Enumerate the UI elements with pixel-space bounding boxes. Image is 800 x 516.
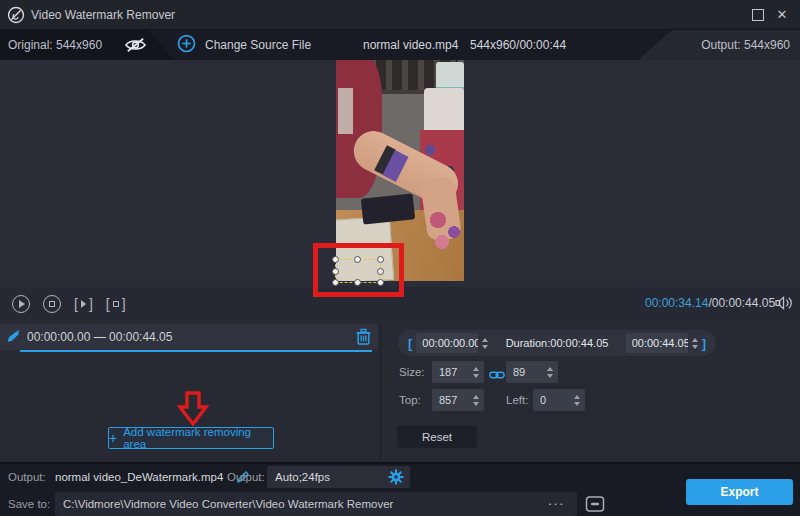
watermark-segment-icon <box>6 329 21 348</box>
export-button[interactable]: Export <box>686 479 793 505</box>
volume-icon[interactable] <box>775 295 794 315</box>
video-art-layer <box>338 88 353 134</box>
output-format-value: Auto;24fps <box>275 466 330 488</box>
play-button[interactable] <box>12 295 30 313</box>
total-time: /00:00:44.05 <box>708 296 775 310</box>
output-file-label: Output: <box>8 471 46 483</box>
loaded-file-name: normal video.mp4 <box>363 30 458 60</box>
annotation-arrow-icon <box>176 391 210 431</box>
output-format-label: Output: <box>227 471 265 483</box>
panel-divider <box>380 322 381 460</box>
height-stepper[interactable] <box>547 367 553 378</box>
plus-circle-icon <box>177 34 196 57</box>
annotation-highlight-rect <box>313 243 404 297</box>
play-segment-icon <box>81 300 86 308</box>
gear-icon[interactable] <box>388 469 404 489</box>
left-input[interactable] <box>540 394 574 406</box>
reset-button[interactable]: Reset <box>397 426 477 448</box>
maximize-button[interactable] <box>752 9 764 21</box>
window-title: Video Watermark Remover <box>31 0 175 30</box>
output-resolution-label: Output: 544x960 <box>701 30 790 60</box>
stop-segment-button[interactable]: [] <box>106 296 126 312</box>
end-time-input[interactable] <box>626 333 688 353</box>
close-button[interactable]: ✕ <box>772 0 792 30</box>
stop-icon <box>49 301 55 307</box>
lower-panels: 00:00:00.00 — 00:00:44.05 + Add watermar… <box>0 320 800 462</box>
loaded-file-meta: 544x960/00:00:44 <box>470 30 566 60</box>
save-path-value: C:\Vidmore\Vidmore Video Converter\Video… <box>63 492 393 516</box>
current-time: 00:00:34.14 <box>645 296 708 310</box>
save-path-field[interactable]: C:\Vidmore\Vidmore Video Converter\Video… <box>55 492 577 516</box>
play-icon <box>19 300 25 308</box>
original-info-tab: Original: 544x960 <box>0 30 176 60</box>
height-field <box>506 361 558 383</box>
title-bar: Video Watermark Remover ✕ <box>0 0 800 30</box>
left-field <box>533 389 585 411</box>
segment-time-range: 00:00:00.00 — 00:00:44.05 <box>27 324 172 350</box>
link-ratio-icon[interactable] <box>489 366 505 384</box>
width-stepper[interactable] <box>473 367 479 378</box>
top-stepper[interactable] <box>473 395 479 406</box>
top-label: Top: <box>399 394 421 406</box>
original-resolution-label: Original: 544x960 <box>8 30 102 60</box>
left-label: Left: <box>506 394 528 406</box>
duration-label: Duration:00:00:44.05 <box>492 337 621 349</box>
start-time-stepper[interactable] <box>482 338 488 349</box>
open-folder-icon[interactable] <box>585 495 605 516</box>
preview-toggle-eye-icon[interactable] <box>124 37 147 57</box>
transport-buttons: [] [] <box>12 294 126 313</box>
plus-icon: + <box>109 431 117 445</box>
width-input[interactable] <box>439 366 473 378</box>
output-file-name: normal video_DeWatermark.mp4 <box>55 471 223 483</box>
app-logo-icon <box>7 6 25 24</box>
start-time-input[interactable] <box>416 333 478 353</box>
height-input[interactable] <box>513 366 547 378</box>
top-field <box>432 389 484 411</box>
watermark-segment-row[interactable]: 00:00:00.00 — 00:00:44.05 <box>0 324 378 350</box>
change-source-label: Change Source File <box>205 38 311 52</box>
segment-trim-bar: [ Duration:00:00:44.05 ] <box>398 330 716 356</box>
play-segment-button[interactable]: [] <box>74 296 93 312</box>
stop-segment-icon <box>113 301 119 307</box>
end-time-stepper[interactable] <box>692 338 698 349</box>
source-bar: Original: 544x960 Change Source File nor… <box>0 30 800 60</box>
top-input[interactable] <box>439 394 473 406</box>
trim-start-bracket[interactable]: [ <box>408 336 412 351</box>
video-art-layer <box>361 193 415 224</box>
output-bar: Output: normal video_DeWatermark.mp4 Out… <box>0 462 800 516</box>
stop-button[interactable] <box>43 295 61 313</box>
trim-end-bracket[interactable]: ] <box>702 336 706 351</box>
segment-selected-underline <box>20 350 372 352</box>
width-field <box>432 361 484 383</box>
change-source-file-button[interactable]: Change Source File <box>177 30 311 60</box>
app-window: Video Watermark Remover ✕ Original: 544x… <box>0 0 800 516</box>
browse-ellipsis-button[interactable]: ... <box>548 489 565 513</box>
left-stepper[interactable] <box>574 395 580 406</box>
delete-segment-icon[interactable] <box>356 328 371 349</box>
output-info-tab: Output: 544x960 <box>638 30 800 60</box>
save-to-label: Save to: <box>8 498 50 510</box>
video-art-layer <box>428 208 464 252</box>
size-label: Size: <box>399 366 425 378</box>
output-format-select[interactable]: Auto;24fps <box>267 466 410 488</box>
time-display: 00:00:34.14/00:00:44.05 <box>645 287 775 320</box>
